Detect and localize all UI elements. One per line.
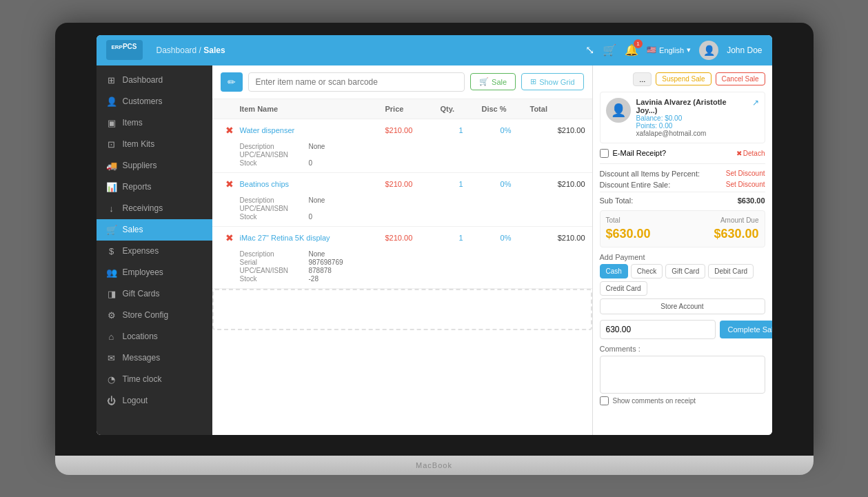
- item-2-qty[interactable]: 1: [441, 180, 482, 188]
- item-2-disc[interactable]: 0%: [482, 180, 530, 188]
- time-clock-icon: ◔: [106, 374, 117, 385]
- sidebar-label-dashboard: Dashboard: [123, 75, 163, 85]
- sale-btn-label: Sale: [492, 78, 507, 86]
- customer-info: Lavinia Alvarez (Aristotle Joy...) Balan…: [636, 98, 747, 137]
- sidebar-label-store-config: Store Config: [123, 310, 169, 320]
- scan-button[interactable]: ✏: [221, 72, 243, 92]
- sidebar-item-time-clock[interactable]: ◔ Time clock: [97, 369, 212, 390]
- comments-label: Comments :: [600, 345, 765, 353]
- sidebar-item-store-config[interactable]: ⚙ Store Config: [97, 305, 212, 326]
- sale-button[interactable]: 🛒 Sale: [470, 73, 516, 90]
- sidebar-item-sales[interactable]: 🛒 Sales: [97, 219, 212, 241]
- upc-label-2: UPC/EAN/ISBN: [240, 205, 309, 212]
- item-2-name[interactable]: Beatinos chips: [240, 180, 385, 188]
- sidebar-item-logout[interactable]: ⏻ Logout: [97, 390, 212, 412]
- item-3-name[interactable]: iMac 27" Retina 5K display: [240, 234, 385, 242]
- laptop-screen: ERPPCS Dashboard / Sales ⤡ 🛒 🔔 1 🇺🇸: [55, 23, 814, 456]
- amount-input[interactable]: [600, 320, 716, 339]
- customer-name: Lavinia Alvarez (Aristotle Joy...): [636, 98, 747, 114]
- item-3-price: $210.00: [385, 234, 441, 242]
- comments-textarea[interactable]: [600, 356, 765, 394]
- email-receipt-checkbox[interactable]: [600, 149, 609, 158]
- flag-icon: 🇺🇸: [647, 45, 656, 54]
- locations-icon: ⌂: [106, 332, 117, 342]
- col-disc: Disc %: [482, 105, 530, 113]
- sidebar-label-expenses: Expenses: [123, 246, 159, 256]
- set-discount-entire-link[interactable]: Set Discount: [726, 181, 765, 189]
- reports-icon: 📊: [106, 182, 117, 192]
- payment-check-button[interactable]: Check: [631, 264, 663, 278]
- lang-selector[interactable]: 🇺🇸 English ▾: [647, 45, 691, 54]
- expand-icon[interactable]: ⤡: [585, 43, 594, 57]
- customer-link-icon[interactable]: ↗: [752, 98, 759, 108]
- payment-cash-button[interactable]: Cash: [600, 264, 628, 278]
- sidebar-item-item-kits[interactable]: ⊡ Item Kits: [97, 134, 212, 155]
- laptop-wrapper: ERPPCS Dashboard / Sales ⤡ 🛒 🔔 1 🇺🇸: [55, 23, 814, 475]
- subtotal-value: $630.00: [738, 196, 765, 205]
- comments-section: Comments : Show comments on receipt: [600, 345, 765, 405]
- breadcrumb: Dashboard / Sales: [157, 45, 586, 55]
- customer-email: xafalape@hotmail.com: [636, 130, 747, 137]
- show-grid-label: Show Grid: [539, 78, 574, 86]
- sidebar-item-suppliers[interactable]: 🚚 Suppliers: [97, 155, 212, 176]
- item-3-serial: 987698769: [309, 258, 585, 266]
- remove-item-3-button[interactable]: ✖: [219, 232, 240, 243]
- item-1-qty[interactable]: 1: [441, 126, 482, 134]
- cart-icon[interactable]: 🛒: [603, 43, 616, 57]
- sidebar-item-gift-cards[interactable]: ◨ Gift Cards: [97, 283, 212, 305]
- item-2-stock: 0: [309, 213, 585, 221]
- sidebar-item-receivings[interactable]: ↓ Receivings: [97, 198, 212, 219]
- complete-row: Complete Sale: [600, 320, 765, 339]
- items-table: ✖ Water dispenser $210.00 1 0% $210.00 D…: [212, 119, 592, 435]
- content-area: ✏ 🛒 Sale ⊞ Show Grid: [212, 65, 772, 435]
- sidebar-item-customers[interactable]: 👤 Customers: [97, 91, 212, 112]
- notifications-badge: 1: [634, 39, 643, 48]
- more-button[interactable]: ...: [633, 72, 652, 86]
- suspend-sale-button[interactable]: Suspend Sale: [656, 72, 711, 85]
- sidebar-item-dashboard[interactable]: ⊞ Dashboard: [97, 70, 212, 91]
- cancel-sale-button[interactable]: Cancel Sale: [716, 72, 765, 85]
- sidebar-item-messages[interactable]: ✉ Messages: [97, 347, 212, 369]
- sales-toolbar: ✏ 🛒 Sale ⊞ Show Grid: [212, 65, 592, 99]
- receipt-row: E-Mail Receipt? ✖ Detach: [600, 149, 765, 158]
- desc-label: Description: [240, 143, 309, 150]
- sidebar-item-employees[interactable]: 👥 Employees: [97, 262, 212, 283]
- payment-credit-button[interactable]: Credit Card: [600, 281, 647, 296]
- breadcrumb-parent[interactable]: Dashboard: [157, 45, 197, 55]
- sidebar-label-suppliers: Suppliers: [123, 161, 157, 170]
- item-1-price: $210.00: [385, 126, 441, 134]
- logo-sup: ERP: [112, 44, 123, 50]
- sales-icon: 🛒: [106, 225, 117, 235]
- discount-entire-row: Discount Entire Sale: Set Discount: [600, 181, 765, 189]
- totals-amounts-row: $630.00 $630.00: [606, 227, 759, 241]
- search-input[interactable]: [248, 72, 465, 92]
- complete-sale-button[interactable]: Complete Sale: [720, 321, 772, 338]
- show-comments-checkbox[interactable]: [600, 396, 609, 405]
- item-3-qty[interactable]: 1: [441, 234, 482, 242]
- detach-button[interactable]: ✖ Detach: [736, 150, 765, 157]
- sidebar-item-reports[interactable]: 📊 Reports: [97, 176, 212, 198]
- serial-label: Serial: [240, 258, 309, 266]
- payment-giftcard-button[interactable]: Gift Card: [665, 264, 705, 278]
- sidebar-item-items[interactable]: ▣ Items: [97, 112, 212, 134]
- remove-item-1-button[interactable]: ✖: [219, 125, 240, 136]
- stock-label-2: Stock: [240, 213, 309, 221]
- payment-debit-button[interactable]: Debit Card: [708, 264, 754, 278]
- sidebar-item-expenses[interactable]: $ Expenses: [97, 241, 212, 262]
- sale-icon: 🛒: [479, 77, 489, 86]
- notifications-icon[interactable]: 🔔 1: [625, 43, 638, 57]
- user-avatar[interactable]: 👤: [699, 41, 718, 60]
- sidebar-item-locations[interactable]: ⌂ Locations: [97, 326, 212, 347]
- panel-actions: ... Suspend Sale Cancel Sale: [600, 72, 765, 86]
- set-discount-items-link[interactable]: Set Discount: [726, 170, 765, 178]
- remove-item-2-button[interactable]: ✖: [219, 179, 240, 190]
- show-grid-button[interactable]: ⊞ Show Grid: [521, 73, 583, 90]
- item-3-disc[interactable]: 0%: [482, 234, 530, 242]
- item-1-name[interactable]: Water dispenser: [240, 126, 385, 134]
- store-account-button[interactable]: Store Account: [600, 298, 765, 314]
- item-1-disc[interactable]: 0%: [482, 126, 530, 134]
- upc-label-3: UPC/EAN/ISBN: [240, 267, 309, 274]
- main-layout: ⊞ Dashboard 👤 Customers ▣ Items ⊡ Item K…: [97, 65, 772, 435]
- add-payment-label: Add Payment: [600, 253, 765, 261]
- payment-section: Add Payment Cash Check Gift Card Debit C…: [600, 253, 765, 314]
